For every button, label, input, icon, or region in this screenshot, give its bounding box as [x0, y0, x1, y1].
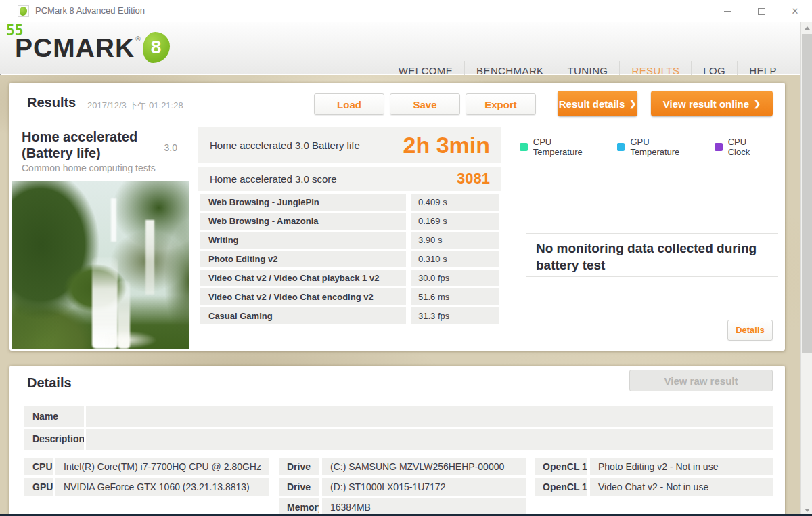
gpu-value: NVIDIA GeForce GTX 1060 (23.21.13.8813) — [55, 478, 269, 496]
pcmark-leaf-icon — [20, 7, 27, 16]
maximize-button[interactable] — [744, 0, 778, 22]
divider — [526, 233, 778, 234]
home-score-value: 3081 — [457, 170, 501, 188]
metric-value: 3.90 s — [411, 232, 499, 249]
load-button[interactable]: Load — [314, 93, 384, 115]
metric-label: Web Browsing - Amazonia — [200, 213, 406, 230]
cpu-clock-swatch-icon — [715, 143, 723, 151]
scroll-up-icon — [805, 26, 810, 30]
app-window: PCMark 8 Advanced Edition ✕ 55 PCMARK ® … — [0, 0, 812, 516]
vertical-scrollbar[interactable] — [800, 22, 812, 516]
legend-label: GPU Temperature — [630, 137, 700, 157]
detail-label: Description — [24, 429, 84, 450]
results-panel: Results 2017/12/3 下午 01:21:28 Load Save … — [9, 83, 785, 351]
detail-value — [86, 406, 773, 427]
waterfall-jungle-image — [12, 181, 189, 349]
waterfall-stream — [145, 220, 154, 295]
close-icon: ✕ — [792, 7, 799, 16]
app-icon — [18, 5, 29, 17]
metric-label: Video Chat v2 / Video Chat encoding v2 — [200, 288, 406, 305]
metric-value: 0.310 s — [411, 251, 499, 267]
score-label: Home accelerated 3.0 Battery life — [198, 139, 360, 151]
waterfall-stream — [111, 198, 116, 242]
metric-label: Web Browsing - JunglePin — [200, 194, 406, 211]
detail-value — [86, 429, 773, 450]
app-header: 55 PCMARK ® 8 WELCOME BENCHMARK TUNING R… — [0, 22, 812, 74]
metric-label: Writing — [200, 232, 406, 249]
results-title: Results — [27, 95, 76, 110]
minimize-button[interactable] — [710, 0, 744, 22]
scroll-up-button[interactable] — [801, 22, 812, 34]
drive-d-value: (D:) ST1000LX015-1U7172 — [322, 478, 526, 496]
gpu-temperature-swatch-icon — [617, 143, 625, 151]
drive-c-label: Drive — [279, 458, 319, 475]
view-raw-result-button[interactable]: View raw result — [629, 370, 773, 391]
monitoring-legend: CPU Temperature GPU Temperature CPU Cloc… — [520, 137, 785, 157]
legend-item-cpu-temperature: CPU Temperature — [520, 137, 602, 157]
cpu-label: CPU — [24, 458, 53, 475]
test-subtitle: Common home computing tests — [22, 163, 156, 173]
save-button[interactable]: Save — [390, 93, 460, 115]
logo-registered-mark: ® — [135, 35, 140, 43]
scrollbar-thumb[interactable] — [802, 34, 812, 353]
detail-label: Name — [24, 406, 84, 427]
test-version: 3.0 — [164, 142, 177, 153]
drive-c-value: (C:) SAMSUNG MZVLW256HEHP-00000 — [322, 458, 526, 475]
window-title: PCMark 8 Advanced Edition — [35, 5, 145, 16]
scroll-down-icon — [805, 509, 810, 512]
minimize-icon — [724, 11, 731, 12]
gpu-label: GPU — [24, 478, 53, 496]
score-label: Home accelerated 3.0 score — [198, 173, 337, 185]
metric-value: 30.0 fps — [411, 270, 499, 286]
divider — [526, 276, 778, 277]
battery-life-value: 2h 3min — [403, 132, 501, 158]
metric-label: Casual Gaming — [200, 307, 406, 324]
waterfall-mist — [92, 331, 156, 349]
results-timestamp: 2017/12/3 下午 01:21:28 — [87, 100, 183, 112]
home-score-row: Home accelerated 3.0 score 3081 — [198, 167, 501, 191]
metric-label: Video Chat v2 / Video Chat playback 1 v2 — [200, 270, 406, 286]
opencl-2-value: Video Chat v2 - Not in use — [590, 478, 773, 496]
legend-label: CPU Clock — [728, 137, 770, 157]
test-name: Home accelerated (Battery life) — [22, 129, 160, 161]
monitoring-column: CPU Temperature GPU Temperature CPU Cloc… — [510, 83, 785, 351]
metric-value: 31.3 fps — [411, 307, 499, 324]
legend-item-cpu-clock: CPU Clock — [715, 137, 770, 157]
battery-life-score-row: Home accelerated 3.0 Battery life 2h 3mi… — [198, 127, 501, 163]
opencl-1-value: Photo Editing v2 - Not in use — [590, 458, 773, 475]
legend-item-gpu-temperature: GPU Temperature — [617, 137, 700, 157]
metric-label: Photo Editing v2 — [200, 251, 406, 267]
titlebar: PCMark 8 Advanced Edition ✕ — [0, 0, 812, 22]
legend-label: CPU Temperature — [533, 137, 602, 157]
metric-value: 0.169 s — [411, 213, 499, 230]
pcmark-logo: PCMARK ® 8 — [15, 33, 170, 63]
logo-text: PCMARK — [15, 33, 135, 63]
details-button[interactable]: Details — [727, 320, 773, 341]
metric-value: 51.6 ms — [411, 288, 499, 305]
opencl-1-label: OpenCL 1.1 — [535, 458, 587, 475]
maximize-icon — [758, 8, 765, 15]
logo-leaf-8-icon: 8 — [143, 32, 170, 63]
window-controls: ✕ — [710, 0, 812, 22]
drive-d-label: Drive — [279, 478, 319, 496]
metric-value: 0.409 s — [411, 194, 499, 211]
opencl-2-label: OpenCL 1.1 — [535, 478, 587, 496]
cpu-temperature-swatch-icon — [520, 143, 528, 151]
details-panel: Details View raw result Name Description… — [9, 366, 785, 516]
cpu-value: Intel(R) Core(TM) i7-7700HQ CPU @ 2.80GH… — [55, 458, 269, 475]
monitoring-message: No monitoring data collected during batt… — [536, 240, 759, 274]
details-title: Details — [27, 375, 72, 391]
close-button[interactable]: ✕ — [778, 0, 812, 22]
